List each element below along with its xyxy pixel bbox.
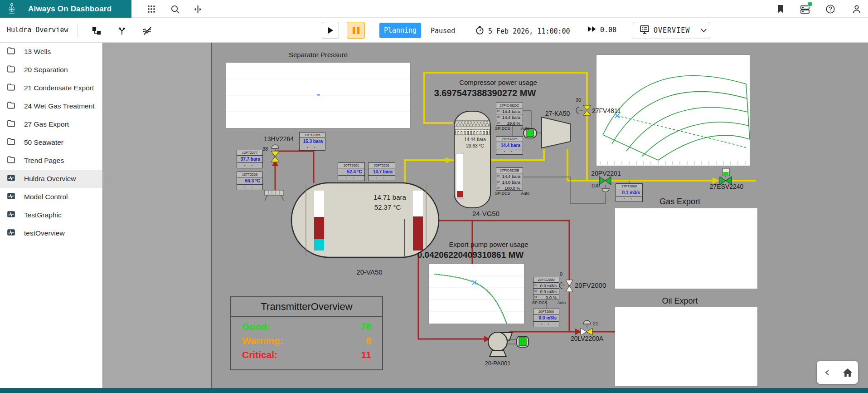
faceplate-tag: 20FT2000 (533, 309, 559, 314)
controller-sp: 14.0 bara (502, 180, 520, 185)
pump-curve-chart[interactable] (428, 264, 524, 324)
faceplate-status-dots: ▪ ▪ (616, 196, 642, 201)
faceplate-value: 64.3 °C (237, 177, 262, 185)
sidebar-item-21-condensate-export[interactable]: 21 Condensate Export (0, 79, 102, 97)
sidebar-item-27-gas-export[interactable]: 27 Gas Export (0, 115, 102, 133)
graphic-icon (6, 228, 16, 239)
sidebar-item-label: 27 Gas Export (24, 120, 69, 128)
sidebar-item-label: 13 Wells (24, 48, 51, 56)
home-button[interactable] (838, 361, 858, 384)
bookmark-icon[interactable] (775, 4, 786, 15)
faceplate-tag: 13PT2265 (300, 133, 325, 138)
valve-tag-20PV2201: 20PV2201 (590, 170, 622, 177)
transmitter-13PT2277[interactable]: 13PT2277 37.7 bara ▪ ▪ (237, 150, 263, 168)
controller-mode: Auto (521, 126, 529, 131)
fork-icon[interactable] (116, 25, 128, 37)
account-icon[interactable] (851, 4, 862, 15)
separator-pressure-trend[interactable] (226, 62, 411, 128)
pump-tag: 20-PA001 (480, 360, 516, 367)
faceplate-tag: 27FT2060 (616, 184, 642, 189)
sidebar-item-24-wet-gas-treatment[interactable]: 24 Wet Gas Treatment (0, 97, 102, 115)
transmitter-20FT2000[interactable]: 20FT2000 0.0 m3/s ▪ ▪ (533, 309, 559, 327)
transmitter-20PT2201[interactable]: 20PT2201 14.7 bara ▪ ▪ (368, 162, 395, 181)
controller-pv: 14.4 bara (502, 109, 520, 114)
search-icon[interactable] (170, 4, 180, 15)
status-label: Critical: (242, 349, 277, 364)
sidebar-item-13-wells[interactable]: 13 Wells (0, 43, 102, 61)
transmitter-20TT2001[interactable]: 20TT2001 52.4 °C ▪ ▪ (338, 162, 365, 181)
sidebar-item-testoverview[interactable]: testOverview (0, 224, 102, 242)
folder-icon (6, 101, 16, 112)
separator-temperature-value: 52.37 °C (367, 203, 408, 211)
fast-forward-icon (587, 26, 596, 34)
planning-button[interactable]: Planning (379, 23, 421, 38)
pump-power-label: Export pump power usage (443, 241, 534, 248)
transmitter-status-row-warning: Warning: 8 (242, 335, 371, 349)
play-button[interactable] (322, 22, 339, 39)
grid-menu-icon[interactable] (146, 4, 157, 15)
oil-export-trend[interactable] (615, 307, 758, 387)
controller-op: 100.0 % (504, 186, 520, 191)
valve-opening-20PV2201: 100 (589, 183, 602, 188)
transmitter-13PT2265[interactable]: 13PT2265 15.3 bara ▪ ▪ (299, 132, 325, 151)
valve-tag-27ESV2240: 27ESV2240 (706, 183, 747, 190)
trends-icon[interactable] (141, 25, 153, 37)
pause-button[interactable] (347, 22, 365, 39)
sidebar-item-50-seawater[interactable]: 50 Seawater (0, 133, 102, 152)
controller-mode: Auto (557, 300, 566, 305)
speed-value: 0.00 (600, 26, 616, 34)
hierarchy-icon[interactable] (91, 25, 102, 37)
sidebar-item-label: Huldra Overview (24, 175, 76, 183)
status-count: 78 (361, 321, 371, 335)
sidebar-item-model-control[interactable]: Model Control (0, 188, 102, 206)
transmitter-status-row-good: Good: 78 (242, 321, 371, 335)
app-brand: Always On Dashboard (0, 0, 131, 18)
scrubber-temperature-value: 23.63 °C (461, 143, 489, 148)
faceplate-tag: 13TT2263 (237, 172, 262, 177)
transmitter-overview-panel: TransmitterOverview Good: 78 Warning: 8 … (230, 296, 383, 370)
toolbar-divider (78, 23, 78, 38)
faceplate-tag: 13PT2277 (237, 150, 262, 156)
faceplate-status-dots: ▪ ▪ (237, 163, 262, 168)
sidebar-item-huldra-overview[interactable]: Huldra Overview (0, 170, 102, 188)
transmitter-overview-title: TransmitterOverview (231, 297, 382, 317)
row-label: OP (497, 185, 500, 191)
controller-27PIC4823B[interactable]: 27PIC4823B PV14.4 bara SP14.0 bara OP100… (496, 167, 523, 191)
sidebar-item-label: 20 Separation (24, 66, 68, 74)
back-button[interactable] (817, 361, 838, 384)
pump-power-value: 0.04206220409310861 MW (402, 250, 538, 260)
sidebar-item-testgraphic[interactable]: TestGraphic (0, 206, 102, 224)
sidebar-item-trend-pages[interactable]: Trend Pages (0, 152, 102, 170)
navigation-fab (817, 361, 858, 384)
monitor-icon (640, 25, 650, 36)
map-axis-ticks (600, 161, 745, 165)
gas-export-trend[interactable] (615, 208, 758, 289)
compressor-power-value: 3.697547388390272 MW (417, 88, 553, 98)
sidebar-item-label: Trend Pages (24, 157, 64, 165)
feedback-icon[interactable] (800, 4, 810, 15)
chevron-down-icon (700, 26, 707, 34)
controller-mode-27PIC4825C: SP:DCS Auto (495, 126, 529, 131)
controller-20FIC2000[interactable]: 20FIC2000 PV0.0 m3/s SP0.0 m3/s OP0.0 % (533, 277, 559, 300)
graphic-icon (6, 192, 16, 202)
sidebar: 13 Wells 20 Separation 21 Condensate Exp… (0, 43, 102, 388)
status-count: 11 (361, 349, 371, 364)
sp-source: SP:DCS (532, 300, 548, 305)
controller-27PIC4825C[interactable]: 27PIC4825C PV14.4 bara SP14.4 bara OP19.… (496, 103, 523, 126)
always-on-dashboard-page: Always On Dashboard Huldra Overview (0, 0, 868, 393)
folder-icon (6, 64, 16, 75)
split-view-icon[interactable] (192, 4, 203, 15)
valve-opening-20FV2000: 0 (558, 271, 564, 277)
transmitter-27FT2060[interactable]: 27FT2060 0.1 m3/s ▪ ▪ (616, 183, 643, 202)
faceplate-status-dots: ▪ ▪ (533, 322, 559, 327)
feedback-badge (807, 1, 813, 7)
help-icon[interactable] (825, 4, 836, 15)
transmitter-27PT4825[interactable]: 27PT4825 14.4 bara ▪ ▪ (496, 136, 523, 155)
row-label: OP (534, 295, 537, 300)
pause-bar (353, 27, 355, 34)
compressor-tag: 27-KA50 (542, 110, 573, 117)
transmitter-13TT2263[interactable]: 13TT2263 64.3 °C ▪ ▪ (237, 172, 263, 190)
brand-divider (22, 4, 22, 14)
sidebar-item-20-separation[interactable]: 20 Separation (0, 61, 102, 79)
view-selector-button[interactable]: OVERVIEW (633, 22, 710, 39)
